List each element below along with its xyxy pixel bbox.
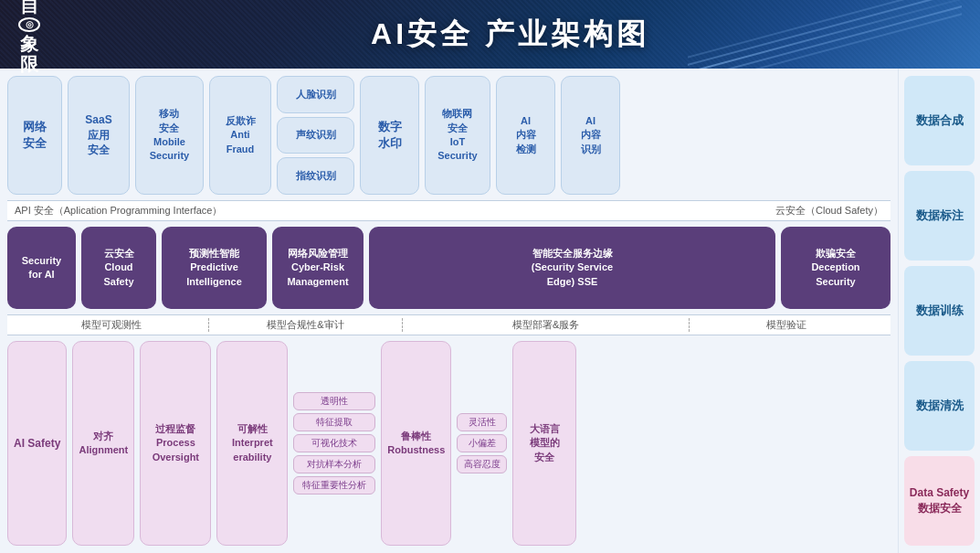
visualization-item: 可视化技术 (293, 434, 375, 452)
mid-cards-row: Security for AI 云安全 Cloud Safety 预测性智能 P… (7, 227, 890, 309)
right-sidebar: 数据合成 数据标注 数据训练 数据清洗 Data Safety 数据安全 (898, 69, 980, 553)
card-fingerprint-recog: 指纹识别 (277, 157, 354, 195)
card-saas: SaaS 应用 安全 (68, 76, 130, 195)
model-labels-divider: 模型可观测性 模型合规性&审计 模型部署&服务 模型验证 (7, 314, 890, 335)
card-watermark: 数字 水印 (360, 76, 419, 195)
card-process-oversight: 过程监督 Process Oversight (140, 341, 211, 546)
card-ai-safety: AI Safety (7, 341, 67, 546)
card-sse: 智能安全服务边缘 (Security Service Edge) SSE (369, 227, 775, 309)
top-cards-row: 网络 安全 SaaS 应用 安全 移动 安全 Mobile Security 反… (7, 76, 890, 195)
card-mobile: 移动 安全 Mobile Security (135, 76, 204, 195)
card-interpretability: 可解性 Interpret erability (216, 341, 288, 546)
card-cloud-safety: 云安全 Cloud Safety (81, 227, 156, 309)
sidebar-data-safety: Data Safety 数据安全 (904, 456, 975, 546)
sidebar-data-train: 数据训练 (904, 266, 975, 356)
sidebar-data-clean: 数据清洗 (904, 361, 975, 451)
card-cyber-risk: 网络风险管理 Cyber-Risk Management (272, 227, 364, 309)
sidebar-data-label: 数据标注 (904, 171, 975, 261)
center-area: 网络 安全 SaaS 应用 安全 移动 安全 Mobile Security 反… (0, 69, 898, 553)
biometric-group: 人脸识别 声纹识别 指纹识别 (277, 76, 354, 195)
card-llm: 大语言 模型的 安全 (512, 341, 576, 546)
card-network: 网络 安全 (7, 76, 62, 195)
card-robustness: 鲁棒性 Robustness (381, 341, 451, 546)
main-content: 网络 安全 SaaS 应用 安全 移动 安全 Mobile Security 反… (0, 69, 980, 553)
tolerance-item: 高容忍度 (457, 455, 507, 473)
card-security-ai: Security for AI (7, 227, 76, 309)
adversarial-item: 对抗样本分析 (293, 455, 375, 473)
api-cloud-divider: API 安全（Aplication Programming Interface）… (7, 200, 890, 221)
card-deception: 欺骗安全 Deception Security (781, 227, 890, 309)
feature-imp-item: 特征重要性分析 (293, 476, 375, 495)
card-ai-recog: AI 内容 识别 (561, 76, 620, 195)
card-predictive: 预测性智能 Predictive Intelligence (162, 227, 267, 309)
logo-text: 自 ◎ 象 限 (18, 0, 40, 74)
bottom-cards-row: AI Safety 对齐 Alignment 过程监督 Process Over… (7, 341, 890, 546)
transparency-group: 透明性 特征提取 可视化技术 对抗样本分析 特征重要性分析 (293, 341, 375, 546)
feature-extract-item: 特征提取 (293, 413, 375, 431)
sidebar-data-synthesis: 数据合成 (904, 76, 975, 165)
card-face-recog: 人脸识别 (277, 76, 354, 113)
card-iot: 物联网 安全 IoT Security (425, 76, 490, 195)
header-title: AI安全 产业架构图 (58, 15, 962, 55)
card-alignment: 对齐 Alignment (72, 341, 134, 546)
card-antifraud: 反欺诈 Anti Fraud (209, 76, 271, 195)
robustness-sub-group: 灵活性 小偏差 高容忍度 (457, 341, 507, 546)
small-bias-item: 小偏差 (457, 434, 507, 452)
card-voice-recog: 声纹识别 (277, 117, 354, 154)
logo: 自 ◎ 象 限 (18, 0, 40, 74)
transparency-item: 透明性 (293, 392, 375, 410)
card-ai-detect: AI 内容 检测 (496, 76, 555, 195)
flexibility-item: 灵活性 (457, 413, 507, 431)
header: 自 ◎ 象 限 AI安全 产业架构图 (0, 0, 980, 69)
